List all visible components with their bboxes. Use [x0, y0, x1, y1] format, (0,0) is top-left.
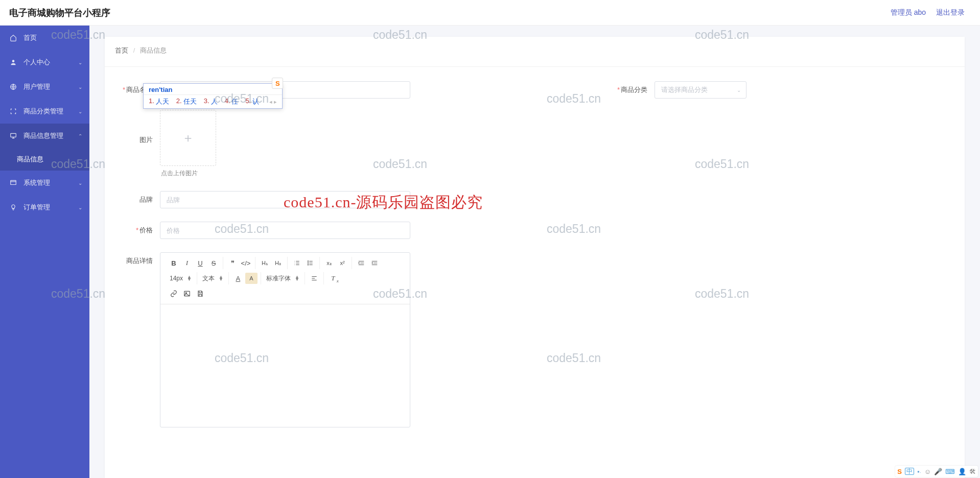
bracket-icon: [9, 107, 17, 115]
indent-button[interactable]: [368, 257, 381, 269]
ime-candidate[interactable]: 2.任天: [176, 97, 197, 106]
sidebar-item-home[interactable]: 首页: [0, 26, 89, 50]
outdent-button[interactable]: [355, 257, 367, 269]
label-price: *价格: [120, 222, 160, 239]
chevron-down-icon: ⌄: [737, 87, 741, 93]
font-size-select[interactable]: 14px▲▼: [168, 273, 194, 284]
app-title: 电子商城购物平台小程序: [9, 7, 110, 19]
chevron-down-icon: ⌄: [78, 109, 82, 114]
cn-mode-icon[interactable]: 中: [905, 468, 914, 475]
ime-candidate-window: S ren'tian 1.人天 2.任天 3.人 4.任 5.认 ◂ ▸: [143, 83, 283, 109]
ime-candidate-list[interactable]: 1.人天 2.任天 3.人 4.任 5.认 ◂ ▸: [144, 95, 282, 108]
underline-button[interactable]: U: [194, 257, 206, 269]
code-button[interactable]: </>: [240, 257, 252, 269]
chevron-down-icon: ⌄: [78, 180, 82, 186]
sidebar-item-label: 首页: [24, 33, 37, 42]
save-button[interactable]: [194, 288, 206, 299]
upload-box[interactable]: ＋: [160, 110, 216, 166]
user-icon: [9, 58, 17, 66]
quote-button[interactable]: ❞: [226, 257, 239, 269]
form-row-price: *价格: [120, 222, 949, 239]
ime-candidate[interactable]: 1.人天: [149, 97, 169, 106]
sidebar-item-users[interactable]: 用户管理 ⌄: [0, 75, 89, 99]
form-row-image: 图片 ＋ 点击上传图片: [120, 112, 949, 178]
svg-rect-2: [11, 133, 16, 137]
unordered-list-button[interactable]: [304, 257, 316, 269]
select-category[interactable]: 请选择商品分类 ⌄: [655, 81, 746, 99]
sidebar-item-orders[interactable]: 订单管理 ⌄: [0, 195, 89, 220]
sidebar-item-label: 系统管理: [24, 178, 50, 187]
image-button[interactable]: [181, 288, 193, 299]
ime-status-bar[interactable]: S 中 ●․ ☺ 🎤 ⌨ 👤 🛠: [895, 466, 978, 477]
bg-color-button[interactable]: A: [245, 273, 258, 284]
account-icon[interactable]: 👤: [958, 468, 966, 475]
settings-icon[interactable]: 🛠: [969, 468, 976, 475]
ime-candidate[interactable]: 3.人: [204, 97, 218, 106]
subscript-button[interactable]: x₂: [323, 257, 335, 269]
svg-point-0: [12, 60, 15, 62]
sidebar: 首页 个人中心 ⌄ 用户管理 ⌄ 商品分类管理 ⌄ 商品信息管理 ⌃ 商品信息 …: [0, 26, 89, 478]
editor-body[interactable]: [160, 304, 410, 427]
block-type-select[interactable]: 文本▲▼: [200, 273, 225, 284]
sidebar-item-label: 商品分类管理: [24, 107, 63, 116]
bold-button[interactable]: B: [168, 257, 180, 269]
sidebar-item-label: 用户管理: [24, 82, 50, 91]
sidebar-item-system[interactable]: 系统管理 ⌄: [0, 171, 89, 195]
breadcrumb-root[interactable]: 首页: [115, 46, 128, 54]
sogou-logo-icon: S: [272, 78, 283, 89]
window-icon: [9, 179, 17, 187]
rich-text-editor: B I U S ❞ </> H₁ H₂: [160, 252, 410, 427]
input-brand[interactable]: [160, 191, 410, 208]
label-brand: 品牌: [120, 191, 160, 208]
link-button[interactable]: [168, 288, 180, 299]
col-category: *商品分类 请选择商品分类 ⌄: [615, 81, 746, 99]
sidebar-item-product[interactable]: 商品信息管理 ⌃: [0, 124, 89, 148]
sidebar-sub-label: 商品信息: [17, 155, 43, 164]
admin-link[interactable]: 管理员 abo: [891, 8, 926, 17]
clear-format-button[interactable]: Tx: [327, 273, 339, 284]
font-family-select[interactable]: 标准字体▲▼: [264, 273, 301, 284]
form-row-brand: 品牌: [120, 191, 949, 208]
chevron-down-icon: ⌄: [78, 60, 82, 65]
punct-icon[interactable]: ●․: [917, 469, 921, 474]
ime-page-icon[interactable]: ◂ ▸: [269, 99, 277, 105]
home-icon: [9, 34, 17, 42]
h1-button[interactable]: H₁: [259, 257, 271, 269]
chevron-down-icon: ⌄: [78, 205, 82, 210]
svg-rect-3: [11, 180, 16, 184]
sidebar-item-category[interactable]: 商品分类管理 ⌄: [0, 99, 89, 124]
sidebar-item-label: 订单管理: [24, 203, 50, 212]
label-image: 图片: [120, 112, 160, 168]
italic-button[interactable]: I: [181, 257, 193, 269]
breadcrumb: 首页 / 商品信息: [105, 46, 965, 67]
ime-candidate[interactable]: 5.认: [245, 97, 259, 106]
keyboard-icon[interactable]: ⌨: [945, 468, 955, 475]
ordered-list-button[interactable]: [291, 257, 303, 269]
sidebar-sub-product-info[interactable]: 商品信息: [0, 148, 89, 171]
h2-button[interactable]: H₂: [272, 257, 284, 269]
monitor-icon: [9, 132, 17, 140]
strike-button[interactable]: S: [207, 257, 220, 269]
input-price[interactable]: [160, 222, 410, 239]
emoji-icon[interactable]: ☺: [924, 468, 931, 475]
editor-toolbar: B I U S ❞ </> H₁ H₂: [160, 253, 410, 304]
header: 电子商城购物平台小程序 管理员 abo 退出登录: [0, 0, 980, 26]
text-color-button[interactable]: A: [232, 273, 244, 284]
header-right: 管理员 abo 退出登录: [891, 8, 965, 17]
sidebar-item-label: 商品信息管理: [24, 131, 63, 140]
form-row-detail: 商品详情 B I U S ❞ </>: [120, 252, 949, 427]
align-button[interactable]: [308, 273, 320, 284]
mic-icon[interactable]: 🎤: [934, 468, 942, 475]
ime-candidate[interactable]: 4.任: [225, 97, 239, 106]
chevron-down-icon: ⌄: [78, 84, 82, 90]
superscript-button[interactable]: x²: [336, 257, 348, 269]
form: *商品名称 *商品分类 请选择商品分类 ⌄ 图片 ＋: [105, 67, 965, 427]
bulb-icon: [9, 203, 17, 211]
upload-hint: 点击上传图片: [161, 169, 216, 178]
globe-icon: [9, 83, 17, 91]
logout-link[interactable]: 退出登录: [936, 8, 965, 17]
label-category: *商品分类: [615, 81, 655, 99]
breadcrumb-sep: /: [133, 46, 135, 54]
sidebar-item-profile[interactable]: 个人中心 ⌄: [0, 50, 89, 75]
sogou-icon: S: [897, 468, 902, 475]
